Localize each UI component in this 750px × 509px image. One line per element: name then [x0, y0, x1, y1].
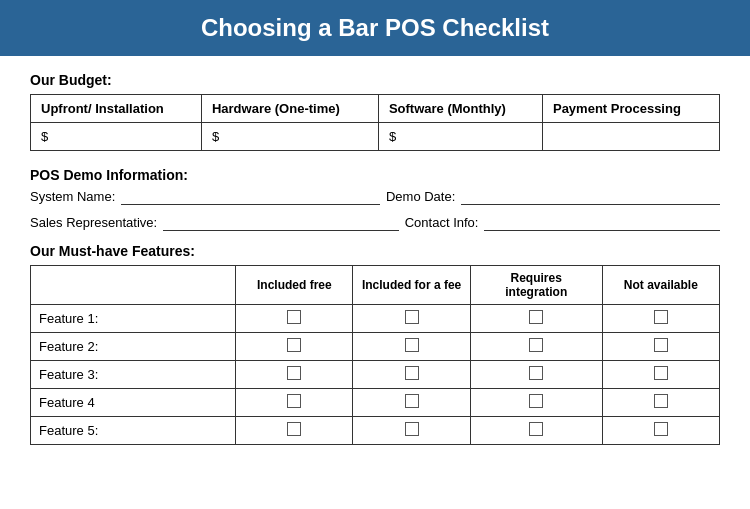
demo-row-2: Sales Representative: Contact Info:: [30, 215, 720, 231]
demo-section: System Name: Demo Date: Sales Representa…: [30, 189, 720, 231]
checkbox-icon[interactable]: [287, 422, 301, 436]
budget-cell-1[interactable]: $: [31, 123, 202, 151]
checkbox-icon[interactable]: [529, 394, 543, 408]
checkbox-icon[interactable]: [287, 394, 301, 408]
contact-info-label: Contact Info:: [405, 215, 479, 230]
contact-info-underline[interactable]: [484, 215, 720, 231]
checkbox-cell[interactable]: [470, 389, 602, 417]
checkbox-cell[interactable]: [353, 361, 470, 389]
demo-section-title: POS Demo Information:: [30, 167, 720, 183]
checkbox-cell[interactable]: [236, 361, 353, 389]
header: Choosing a Bar POS Checklist: [0, 0, 750, 56]
checkbox-cell[interactable]: [602, 305, 719, 333]
checkbox-cell[interactable]: [602, 417, 719, 445]
features-col-reqint: Requires integration: [470, 266, 602, 305]
feature-name-cell: Feature 3:: [31, 361, 236, 389]
page: Choosing a Bar POS Checklist Our Budget:…: [0, 0, 750, 509]
budget-cell-3[interactable]: $: [378, 123, 542, 151]
feature-name-cell: Feature 1:: [31, 305, 236, 333]
checkbox-cell[interactable]: [470, 361, 602, 389]
features-table: Included free Included for a fee Require…: [30, 265, 720, 445]
budget-col-1: Upfront/ Installation: [31, 95, 202, 123]
checkbox-icon[interactable]: [654, 394, 668, 408]
demo-date-label: Demo Date:: [386, 189, 455, 204]
checkbox-icon[interactable]: [529, 422, 543, 436]
checkbox-cell[interactable]: [353, 389, 470, 417]
demo-row-1: System Name: Demo Date:: [30, 189, 720, 205]
feature-name-cell: Feature 5:: [31, 417, 236, 445]
checkbox-cell[interactable]: [353, 333, 470, 361]
checkbox-icon[interactable]: [287, 366, 301, 380]
system-name-label: System Name:: [30, 189, 115, 204]
feature-name-cell: Feature 4: [31, 389, 236, 417]
budget-col-4: Payment Processing: [542, 95, 719, 123]
checkbox-cell[interactable]: [236, 305, 353, 333]
features-col-incfree: Included free: [236, 266, 353, 305]
checkbox-cell[interactable]: [353, 417, 470, 445]
checkbox-cell[interactable]: [236, 333, 353, 361]
features-row: Feature 1:: [31, 305, 720, 333]
features-col-feature: [31, 266, 236, 305]
features-row: Feature 4: [31, 389, 720, 417]
budget-cell-4[interactable]: [542, 123, 719, 151]
checkbox-icon[interactable]: [287, 310, 301, 324]
budget-table: Upfront/ Installation Hardware (One-time…: [30, 94, 720, 151]
checkbox-cell[interactable]: [236, 417, 353, 445]
content: Our Budget: Upfront/ Installation Hardwa…: [0, 56, 750, 465]
checkbox-icon[interactable]: [529, 310, 543, 324]
checkbox-icon[interactable]: [405, 338, 419, 352]
checkbox-icon[interactable]: [654, 310, 668, 324]
checkbox-cell[interactable]: [602, 361, 719, 389]
checkbox-icon[interactable]: [654, 338, 668, 352]
features-header-row: Included free Included for a fee Require…: [31, 266, 720, 305]
budget-col-3: Software (Monthly): [378, 95, 542, 123]
checkbox-icon[interactable]: [287, 338, 301, 352]
checkbox-icon[interactable]: [529, 366, 543, 380]
features-section-title: Our Must-have Features:: [30, 243, 720, 259]
features-col-incfee: Included for a fee: [353, 266, 470, 305]
demo-date-underline[interactable]: [461, 189, 720, 205]
checkbox-icon[interactable]: [405, 394, 419, 408]
checkbox-cell[interactable]: [602, 389, 719, 417]
features-row: Feature 2:: [31, 333, 720, 361]
checkbox-cell[interactable]: [602, 333, 719, 361]
features-row: Feature 5:: [31, 417, 720, 445]
budget-section-title: Our Budget:: [30, 72, 720, 88]
budget-cell-2[interactable]: $: [201, 123, 378, 151]
features-col-notavail: Not available: [602, 266, 719, 305]
budget-data-row: $ $ $: [31, 123, 720, 151]
features-row: Feature 3:: [31, 361, 720, 389]
checkbox-icon[interactable]: [405, 310, 419, 324]
sales-rep-underline[interactable]: [163, 215, 399, 231]
system-name-underline[interactable]: [121, 189, 380, 205]
page-title: Choosing a Bar POS Checklist: [20, 14, 730, 42]
checkbox-icon[interactable]: [405, 422, 419, 436]
checkbox-cell[interactable]: [353, 305, 470, 333]
checkbox-icon[interactable]: [654, 422, 668, 436]
checkbox-icon[interactable]: [405, 366, 419, 380]
checkbox-cell[interactable]: [470, 305, 602, 333]
budget-header-row: Upfront/ Installation Hardware (One-time…: [31, 95, 720, 123]
feature-name-cell: Feature 2:: [31, 333, 236, 361]
checkbox-cell[interactable]: [470, 333, 602, 361]
checkbox-icon[interactable]: [529, 338, 543, 352]
sales-rep-label: Sales Representative:: [30, 215, 157, 230]
checkbox-cell[interactable]: [470, 417, 602, 445]
checkbox-cell[interactable]: [236, 389, 353, 417]
budget-col-2: Hardware (One-time): [201, 95, 378, 123]
checkbox-icon[interactable]: [654, 366, 668, 380]
